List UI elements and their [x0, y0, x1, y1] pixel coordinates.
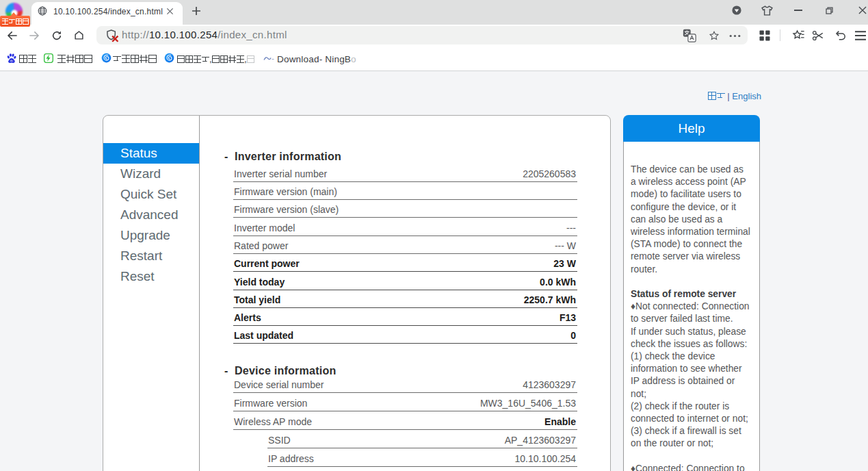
svg-text:du: du — [10, 60, 13, 62]
